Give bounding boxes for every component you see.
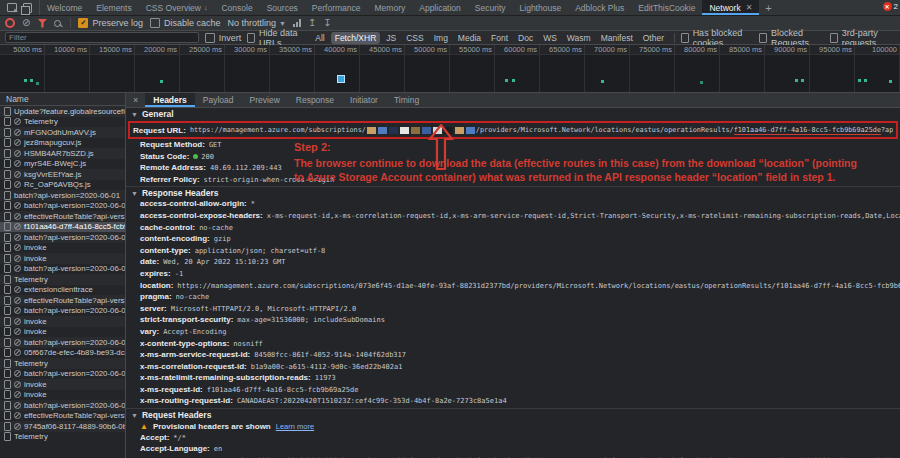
tab-performance[interactable]: Performance — [305, 0, 368, 15]
request-row[interactable]: HSMB4AR7bSZD.js — [0, 148, 125, 159]
invert-checkbox[interactable]: Invert — [205, 33, 242, 43]
request-row[interactable]: Telemetry — [0, 274, 125, 285]
ruler-tick: 100000 — [855, 45, 900, 54]
tab-console[interactable]: Console — [214, 0, 259, 15]
header-name: access-control-allow-origin: — [140, 199, 247, 208]
request-row[interactable]: invoke — [0, 390, 125, 401]
request-row[interactable]: mFGNOdhUmAVV.js — [0, 127, 125, 138]
request-row[interactable]: ksgVvrEEfYae.js — [0, 169, 125, 180]
preserve-log-checkbox[interactable]: ✓ Preserve log — [78, 18, 143, 28]
filter-pill-css[interactable]: CSS — [402, 32, 427, 44]
request-row[interactable]: batch?api-version=2020-06-01 — [0, 337, 125, 348]
request-row[interactable]: effectiveRouteTable?api-version=20... — [0, 295, 125, 306]
filter-pill-fetchxhr[interactable]: Fetch/XHR — [331, 32, 381, 44]
request-row[interactable]: 9745af06-8117-4889-90b6-0bae09d... — [0, 421, 125, 432]
request-row[interactable]: invoke — [0, 316, 125, 327]
request-row[interactable]: effectiveRouteTable?api-version=20... — [0, 211, 125, 222]
request-row[interactable]: effectiveRouteTable?api-version=20... — [0, 411, 125, 422]
throttling-dropdown[interactable]: No throttling ▼ — [227, 18, 285, 28]
request-row[interactable]: batch?api-version=2020-06-01 — [0, 190, 125, 201]
request-url-path: /providers/Microsoft.Network/locations/e… — [476, 126, 734, 134]
inspect-element-icon[interactable] — [7, 3, 17, 12]
tab-elements[interactable]: Elements — [89, 0, 138, 15]
learn-more-link[interactable]: Learn more — [276, 422, 314, 431]
filter-pill-manifest[interactable]: Manifest — [597, 32, 637, 44]
document-icon — [4, 138, 11, 147]
blocked-icon — [14, 129, 21, 136]
details-tab-payload[interactable]: Payload — [195, 93, 242, 107]
request-row[interactable]: myrS4E-BWejC.js — [0, 159, 125, 170]
tab-sources[interactable]: Sources — [260, 0, 305, 15]
export-har-icon[interactable]: ↧ — [323, 18, 331, 28]
filter-pill-ws[interactable]: WS — [539, 32, 561, 44]
header-row: Accept-Language:en — [126, 444, 900, 456]
header-value: CANADAEAST:20220420T151023Z:cef4c99c-353… — [237, 397, 900, 405]
request-row[interactable]: invoke — [0, 379, 125, 390]
overview-event-dot — [24, 79, 27, 82]
tab-css-overview[interactable]: CSS Overview↓ — [139, 0, 215, 15]
request-row[interactable]: Rc_OaP6AVBQs.js — [0, 180, 125, 191]
close-details-icon[interactable]: × — [126, 93, 145, 107]
tab-adblock-plus[interactable]: Adblock Plus — [568, 0, 631, 15]
timeline-overview[interactable] — [0, 55, 900, 93]
details-tab-timing[interactable]: Timing — [386, 93, 427, 107]
filter-pill-other[interactable]: Other — [639, 32, 668, 44]
details-tab-response[interactable]: Response — [288, 93, 342, 107]
request-row[interactable]: invoke — [0, 327, 125, 338]
more-tools-button[interactable]: + — [759, 0, 777, 15]
request-row[interactable]: batch?api-version=2020-06-01 — [0, 201, 125, 212]
request-row[interactable]: Telemetry — [0, 358, 125, 369]
error-indicator[interactable]: ✕ 2 — [883, 2, 898, 11]
section-general[interactable]: ▼ General — [126, 108, 900, 120]
request-row[interactable]: Telemetry — [0, 117, 125, 128]
filter-pill-img[interactable]: Img — [430, 32, 452, 44]
filter-pill-media[interactable]: Media — [454, 32, 485, 44]
request-row[interactable]: batch?api-version=2020-06-01 — [0, 232, 125, 243]
filter-pill-js[interactable]: JS — [382, 32, 400, 44]
details-tab-preview[interactable]: Preview — [242, 93, 288, 107]
request-row[interactable]: f101aa46-d7ff-4a16-8cc5-fcb9b69a... — [0, 222, 125, 233]
request-row[interactable]: batch?api-version=2020-06-01 — [0, 264, 125, 275]
request-row[interactable]: invoke — [0, 253, 125, 264]
disable-cache-checkbox[interactable]: Disable cache — [150, 18, 221, 28]
network-conditions-icon[interactable] — [293, 19, 301, 27]
name-column-header[interactable]: Name — [0, 93, 125, 106]
filter-pill-all[interactable]: All — [311, 32, 328, 44]
response-header-rows: access-control-allow-origin:*access-cont… — [126, 199, 900, 408]
details-tab-headers[interactable]: Headers — [145, 93, 195, 107]
header-name: location: — [140, 281, 173, 290]
tab-application[interactable]: Application — [412, 0, 468, 15]
filter-icon[interactable] — [37, 19, 47, 28]
request-row[interactable]: Update?feature.globalresourcefilter=tr..… — [0, 106, 125, 117]
tab-network[interactable]: Network✕ — [702, 0, 759, 15]
request-row[interactable]: batch?api-version=2020-06-01 — [0, 400, 125, 411]
import-har-icon[interactable]: ↥ — [308, 18, 316, 28]
request-row[interactable]: batch?api-version=2020-06-01 — [0, 306, 125, 317]
tab-label: Console — [221, 3, 252, 13]
close-tab-icon[interactable]: ✕ — [746, 3, 753, 12]
tab-welcome[interactable]: Welcome — [40, 0, 89, 15]
request-row[interactable]: jez8mapugcuv.js — [0, 138, 125, 149]
request-row[interactable]: invoke — [0, 243, 125, 254]
details-tab-initiator[interactable]: Initiator — [342, 93, 386, 107]
header-row: x-ms-arm-service-request-id:84508fcc-861… — [126, 350, 900, 362]
filter-pill-doc[interactable]: Doc — [514, 32, 537, 44]
search-icon[interactable] — [54, 20, 61, 27]
tab-label: Elements — [96, 3, 131, 13]
tab-memory[interactable]: Memory — [368, 0, 413, 15]
tab-lighthouse[interactable]: Lighthouse — [513, 0, 569, 15]
tab-editthiscookie[interactable]: EditThisCookie — [631, 0, 702, 15]
request-row[interactable]: batch?api-version=2020-06-01 — [0, 369, 125, 380]
clear-network-log-icon[interactable]: ⊘ — [22, 18, 30, 28]
tab-security[interactable]: Security — [468, 0, 513, 15]
device-toolbar-icon[interactable] — [23, 3, 32, 13]
filter-pill-wasm[interactable]: Wasm — [563, 32, 595, 44]
filter-input[interactable] — [5, 32, 199, 43]
filter-pill-font[interactable]: Font — [487, 32, 512, 44]
section-response-headers[interactable]: ▼ Response Headers — [126, 186, 900, 199]
request-row[interactable]: Telemetry — [0, 432, 125, 443]
section-request-headers[interactable]: ▼ Request Headers — [126, 408, 900, 421]
request-row[interactable]: extensionclienttrace — [0, 285, 125, 296]
request-row[interactable]: 05f667de-efec-4b89-be93-dcaf81c1... — [0, 348, 125, 359]
record-network-log-icon[interactable] — [5, 18, 15, 28]
